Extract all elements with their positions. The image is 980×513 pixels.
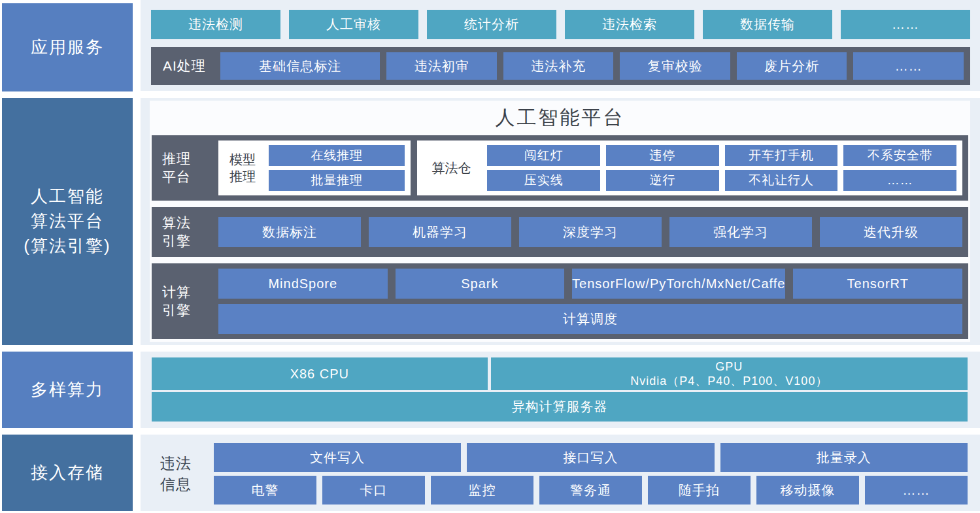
inference-platform-panel: 推理 平台 模型 推理 在线推理 批量推理 算法仓 闯红灯 [152,135,968,201]
compute-engine-item: TensorRT [793,269,962,299]
model-inference-label: 模型 推理 [224,151,261,185]
write-method-row: 文件写入 接口写入 批量录入 [214,443,968,472]
ai-platform-section: 人工智能平台 推理 平台 模型 推理 在线推理 批量推理 算法仓 [141,98,980,345]
app-service-item: 统计分析 [427,10,556,39]
ai-processing-item: 废片分析 [737,52,847,80]
write-method-item: 文件写入 [214,443,461,472]
algorithm-item: 闯红灯 [487,145,600,166]
algorithm-store-box: 算法仓 闯红灯 违停 开车打手机 不系安全带 压实线 逆行 不礼让行人 …… [417,141,962,195]
data-source-row: 电警 卡口 监控 警务通 随手拍 移动摄像 …… [214,476,968,505]
compute-engine-items: MindSpore Spark TensorFlow/PyTorch/MxNet… [218,269,962,299]
compute-engine-item: Spark [396,269,565,299]
algorithm-engine-panel: 算法 引擎 数据标注 机器学习 深度学习 强化学习 迭代升级 [152,207,968,257]
compute-engine-item: MindSpore [218,269,388,299]
compute-engine-panel: 计算 引擎 MindSpore Spark TensorFlow/PyTorch… [152,263,968,339]
architecture-diagram: 应用服务 人工智能 算法平台 (算法引擎) 多样算力 接入存储 违法检测 人工审… [0,0,980,513]
algorithm-engine-item: 数据标注 [218,217,361,247]
category-column: 应用服务 人工智能 算法平台 (算法引擎) 多样算力 接入存储 [0,0,133,513]
data-source-item: 监控 [431,476,533,505]
algorithm-store-items: 闯红灯 违停 开车打手机 不系安全带 压实线 逆行 不礼让行人 …… [487,145,956,191]
algorithm-item: 逆行 [606,170,719,191]
app-service-item: 违法检测 [151,10,280,39]
model-inference-item: 批量推理 [269,170,405,191]
algorithm-item: 不系安全带 [843,145,956,166]
data-source-item: 卡口 [322,476,425,505]
compute-engine-label: 计算 引擎 [152,283,218,320]
app-service-item: 人工审核 [289,10,418,39]
app-services-section: 违法检测 人工审核 统计分析 违法检索 数据传输 …… AI处理 基础信息标注 … [141,0,980,91]
data-source-item: 警务通 [539,476,642,505]
category-access-storage: 接入存储 [2,435,133,511]
algorithm-engine-item: 迭代升级 [820,217,962,247]
storage-section: 违法 信息 文件写入 接口写入 批量录入 电警 卡口 监控 警务通 随手拍 移动… [141,435,980,511]
ai-platform-panel: 人工智能平台 推理 平台 模型 推理 在线推理 批量推理 算法仓 [150,101,970,342]
app-service-item-more: …… [841,10,970,39]
algorithm-engine-item: 机器学习 [369,217,511,247]
ai-processing-item: 复审校验 [620,52,730,80]
compute-engine-content: MindSpore Spark TensorFlow/PyTorch/MxNet… [218,269,962,334]
inference-platform-label: 推理 平台 [152,150,218,187]
ai-processing-item: 违法补充 [503,52,614,80]
violation-info-label: 违法 信息 [141,443,214,505]
category-ai-algorithm-platform: 人工智能 算法平台 (算法引擎) [2,98,133,345]
ai-processing-item: 基础信息标注 [220,52,380,80]
compute-engine-item: TensorFlow/PyTorch/MxNet/Caffe [572,269,785,299]
algorithm-engine-items: 数据标注 机器学习 深度学习 强化学习 迭代升级 [218,217,962,247]
processor-row: X86 CPU GPU Nvidia（P4、P40、P100、V100） [152,357,968,390]
model-inference-items: 在线推理 批量推理 [269,145,405,191]
write-method-item: 接口写入 [467,443,714,472]
algorithm-item: 开车打手机 [725,145,838,166]
app-service-item: 违法检索 [565,10,694,39]
ai-processing-item-more: …… [853,52,964,80]
data-source-item: 电警 [214,476,316,505]
ai-processing-bar: AI处理 基础信息标注 违法初审 违法补充 复审校验 废片分析 …… [151,47,970,85]
algorithm-item: 违停 [606,145,719,166]
ai-processing-item: 违法初审 [386,52,497,80]
storage-content: 文件写入 接口写入 批量录入 电警 卡口 监控 警务通 随手拍 移动摄像 …… [214,443,968,505]
model-inference-item: 在线推理 [269,145,405,166]
data-source-item-more: …… [865,476,968,505]
category-app-services: 应用服务 [2,3,133,91]
ai-processing-items: 基础信息标注 违法初审 违法补充 复审校验 废片分析 …… [220,52,964,80]
algorithm-store-label: 算法仓 [423,159,479,176]
ai-platform-title: 人工智能平台 [152,101,968,135]
inference-platform-content: 模型 推理 在线推理 批量推理 算法仓 闯红灯 违停 开车打手机 [218,141,962,195]
algorithm-item: 压实线 [487,170,600,191]
computing-power-section: X86 CPU GPU Nvidia（P4、P40、P100、V100） 异构计… [141,352,980,428]
algorithm-item-more: …… [843,170,956,191]
write-method-item: 批量录入 [720,443,968,472]
content-column: 违法检测 人工审核 统计分析 违法检索 数据传输 …… AI处理 基础信息标注 … [141,0,980,513]
compute-scheduler-bar: 计算调度 [218,304,962,334]
heterogeneous-server-bar: 异构计算服务器 [152,392,968,422]
model-inference-box: 模型 推理 在线推理 批量推理 [218,141,411,195]
app-service-item: 数据传输 [703,10,832,39]
gpu-bar: GPU Nvidia（P4、P40、P100、V100） [491,357,968,390]
data-source-item: 随手拍 [648,476,751,505]
ai-processing-label: AI处理 [158,57,220,75]
algorithm-item: 不礼让行人 [725,170,838,191]
algorithm-engine-item: 强化学习 [669,217,812,247]
category-diverse-computing: 多样算力 [2,352,133,428]
app-service-row: 违法检测 人工审核 统计分析 违法检索 数据传输 …… [151,10,970,39]
algorithm-engine-item: 深度学习 [519,217,662,247]
algorithm-engine-label: 算法 引擎 [152,214,218,251]
cpu-bar: X86 CPU [152,357,488,390]
data-source-item: 移动摄像 [756,476,859,505]
